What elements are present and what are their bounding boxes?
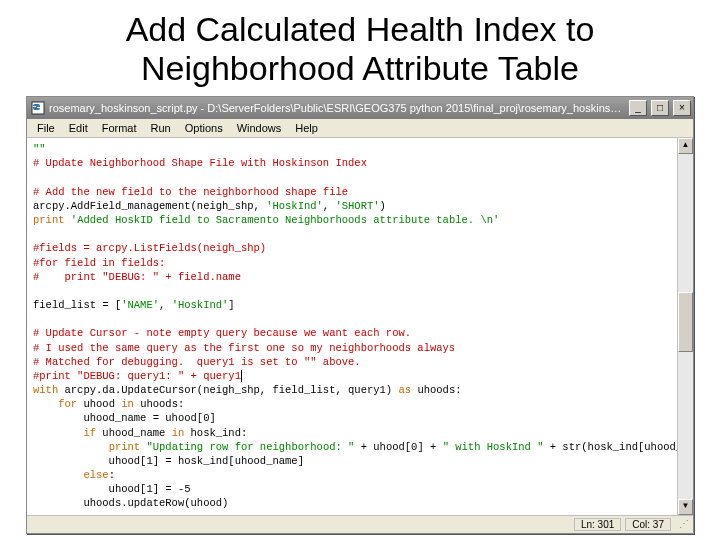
- maximize-button[interactable]: □: [651, 100, 669, 116]
- status-line: Ln: 301: [574, 518, 621, 531]
- slide-title: Add Calculated Health Index to Neighborh…: [0, 0, 720, 96]
- menubar: File Edit Format Run Options Windows Hel…: [27, 119, 693, 138]
- scroll-down-button[interactable]: ▼: [678, 499, 693, 515]
- resize-grip-icon[interactable]: ⋰: [675, 518, 689, 531]
- slide-title-line1: Add Calculated Health Index to: [126, 10, 595, 48]
- editor-area: "" # Update Neighborhood Shape File with…: [27, 138, 693, 514]
- menu-help[interactable]: Help: [289, 121, 324, 135]
- menu-edit[interactable]: Edit: [63, 121, 94, 135]
- statusbar: Ln: 301 Col: 37 ⋰: [27, 515, 693, 533]
- close-button[interactable]: ×: [673, 100, 691, 116]
- titlebar[interactable]: rosemary_hoskinson_script.py - D:\Server…: [27, 97, 693, 119]
- window-title: rosemary_hoskinson_script.py - D:\Server…: [49, 102, 625, 114]
- menu-windows[interactable]: Windows: [231, 121, 288, 135]
- python-file-icon: [31, 101, 45, 115]
- menu-options[interactable]: Options: [179, 121, 229, 135]
- scroll-thumb[interactable]: [678, 292, 693, 352]
- menu-format[interactable]: Format: [96, 121, 143, 135]
- status-col: Col: 37: [625, 518, 671, 531]
- slide-title-line2: Neighborhood Attribute Table: [141, 49, 579, 87]
- menu-run[interactable]: Run: [145, 121, 177, 135]
- code-editor[interactable]: "" # Update Neighborhood Shape File with…: [27, 138, 677, 514]
- menu-file[interactable]: File: [31, 121, 61, 135]
- editor-window: rosemary_hoskinson_script.py - D:\Server…: [26, 96, 694, 533]
- vertical-scrollbar[interactable]: ▲ ▼: [677, 138, 693, 514]
- scroll-track[interactable]: [678, 154, 693, 498]
- minimize-button[interactable]: _: [629, 100, 647, 116]
- scroll-up-button[interactable]: ▲: [678, 138, 693, 154]
- text-caret: [241, 370, 242, 382]
